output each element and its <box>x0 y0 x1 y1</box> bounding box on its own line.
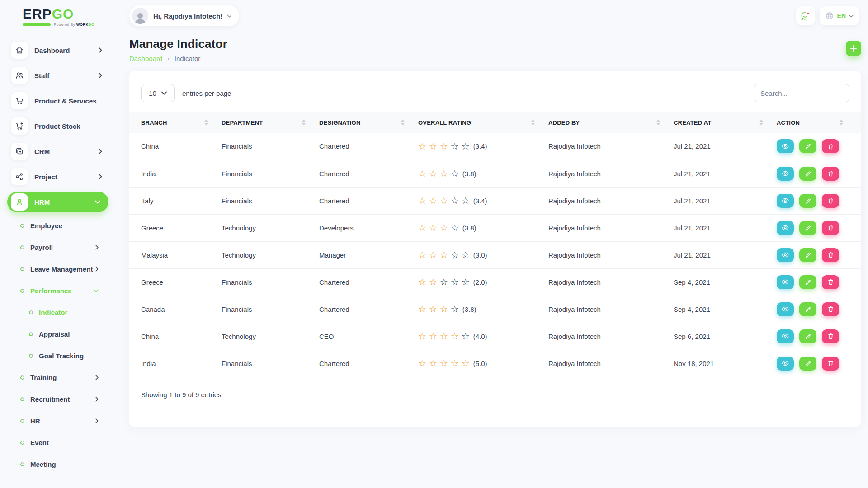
delete-button[interactable] <box>822 275 839 289</box>
star-icon: ☆ <box>451 142 459 151</box>
delete-button[interactable] <box>822 167 839 181</box>
edit-button[interactable] <box>799 275 816 289</box>
sidebar-item-event[interactable]: Event <box>0 432 118 453</box>
eye-icon <box>781 225 789 231</box>
star-icon: ☆ <box>451 223 459 232</box>
view-button[interactable] <box>777 221 794 235</box>
sidebar-item-meeting[interactable]: Meeting <box>0 453 118 475</box>
star-icon: ☆ <box>462 359 470 368</box>
action-cell <box>777 241 861 268</box>
breadcrumb-dashboard-link[interactable]: Dashboard <box>129 55 162 62</box>
chevron-down-icon <box>94 289 99 292</box>
sidebar-item-recruitment[interactable]: Recruitment <box>0 388 118 410</box>
delete-button[interactable] <box>822 329 839 343</box>
create-indicator-button[interactable] <box>846 41 861 56</box>
chevron-right-icon <box>95 397 99 402</box>
table-row: Malaysia Technology Manager ☆☆☆☆☆(3.0) R… <box>129 241 861 268</box>
view-button[interactable] <box>777 357 794 371</box>
created-at-cell: Jul 21, 2021 <box>674 160 777 187</box>
brand-logo[interactable]: ERPGO Powered By WORKDO <box>0 0 118 27</box>
home-icon <box>11 42 28 59</box>
bullet-icon <box>28 353 33 358</box>
sidebar-item-label: Training <box>30 374 57 381</box>
view-button[interactable] <box>777 329 794 343</box>
edit-button[interactable] <box>799 221 816 235</box>
sidebar-item-performance[interactable]: Performance <box>0 280 118 301</box>
created-at-cell: Jul 21, 2021 <box>674 214 777 241</box>
sidebar-item-crm[interactable]: CRM <box>0 139 118 164</box>
chevron-right-icon <box>99 174 102 179</box>
department-cell: Technology <box>222 214 319 241</box>
delete-button[interactable] <box>822 248 839 262</box>
edit-button[interactable] <box>799 139 816 153</box>
user-menu[interactable]: Hi, Rajodiya Infotech! <box>129 5 239 26</box>
created-at-cell: Jul 21, 2021 <box>674 241 777 268</box>
column-header-overall-rating[interactable]: OVERALL RATING <box>418 112 548 133</box>
column-header-department[interactable]: DEPARTMENT <box>222 112 319 133</box>
view-button[interactable] <box>777 275 794 289</box>
sidebar-item-staff[interactable]: Staff <box>0 63 118 88</box>
delete-button[interactable] <box>822 139 839 153</box>
view-button[interactable] <box>777 194 794 208</box>
sidebar-item-goal-tracking[interactable]: Goal Tracking <box>0 345 118 366</box>
sidebar-item-indicator[interactable]: Indicator <box>0 301 118 323</box>
cart-plus-icon <box>11 117 28 135</box>
department-cell: Financials <box>222 160 319 187</box>
trash-icon <box>827 305 834 313</box>
sort-icon <box>302 120 306 126</box>
column-header-action[interactable]: ACTION <box>777 112 861 133</box>
delete-button[interactable] <box>822 194 839 208</box>
sidebar-item-hr[interactable]: HR <box>0 410 118 432</box>
table-row: Greece Financials Chartered ☆☆☆☆☆(2.0) R… <box>129 268 861 296</box>
delete-button[interactable] <box>822 302 839 316</box>
view-button[interactable] <box>777 139 794 153</box>
star-rating: ☆☆☆☆☆ <box>418 332 472 341</box>
column-header-designation[interactable]: DESIGNATION <box>319 112 418 133</box>
sidebar-item-label: Leave Management <box>30 265 93 273</box>
sidebar-item-project[interactable]: Project <box>0 164 118 189</box>
delete-button[interactable] <box>822 357 839 371</box>
bullet-icon <box>28 310 33 314</box>
star-icon: ☆ <box>429 277 437 286</box>
delete-button[interactable] <box>822 221 839 235</box>
star-icon: ☆ <box>429 223 437 232</box>
star-icon: ☆ <box>462 332 470 341</box>
avatar <box>132 8 148 24</box>
table-summary: Showing 1 to 9 of 9 entries <box>129 377 861 412</box>
edit-button[interactable] <box>799 167 816 181</box>
branch-cell: China <box>129 133 222 160</box>
sidebar-item-employee[interactable]: Employee <box>0 215 118 236</box>
edit-button[interactable] <box>799 248 816 262</box>
sidebar-item-product-services[interactable]: Product & Services <box>0 88 118 113</box>
view-button[interactable] <box>777 248 794 262</box>
sidebar-item-appraisal[interactable]: Appraisal <box>0 323 118 345</box>
entries-per-page-select[interactable]: 10 <box>141 84 175 102</box>
star-icon: ☆ <box>429 359 437 368</box>
edit-button[interactable] <box>799 194 816 208</box>
table-row: China Technology CEO ☆☆☆☆☆(4.0) Rajodiya… <box>129 323 861 350</box>
star-rating: ☆☆☆☆☆ <box>418 196 472 205</box>
edit-button[interactable] <box>799 357 816 371</box>
search-input[interactable] <box>754 84 849 102</box>
sidebar-item-training[interactable]: Training <box>0 366 118 388</box>
column-header-branch[interactable]: BRANCH <box>129 112 222 133</box>
sidebar-item-dashboard[interactable]: Dashboard <box>0 38 118 63</box>
view-button[interactable] <box>777 167 794 181</box>
table-row: India Financials Chartered ☆☆☆☆☆(5.0) Ra… <box>129 350 861 377</box>
edit-button[interactable] <box>799 302 816 316</box>
edit-button[interactable] <box>799 329 816 343</box>
sidebar-item-hrm[interactable]: HRM <box>7 192 108 212</box>
rating-value: (4.0) <box>473 333 487 340</box>
messenger-button[interactable] <box>796 6 815 25</box>
column-header-added-by[interactable]: ADDED BY <box>548 112 674 133</box>
sidebar-item-product-stock[interactable]: Product Stock <box>0 113 118 139</box>
sidebar-item-label: Employee <box>30 222 62 230</box>
language-selector[interactable]: EN <box>820 6 859 25</box>
rating-cell: ☆☆☆☆☆(3.4) <box>418 187 548 214</box>
view-button[interactable] <box>777 302 794 316</box>
eye-icon <box>781 306 789 312</box>
star-icon: ☆ <box>440 250 448 259</box>
column-header-created-at[interactable]: CREATED AT <box>674 112 777 133</box>
sidebar-item-leave-management[interactable]: Leave Management <box>0 258 118 280</box>
sidebar-item-payroll[interactable]: Payroll <box>0 236 118 258</box>
